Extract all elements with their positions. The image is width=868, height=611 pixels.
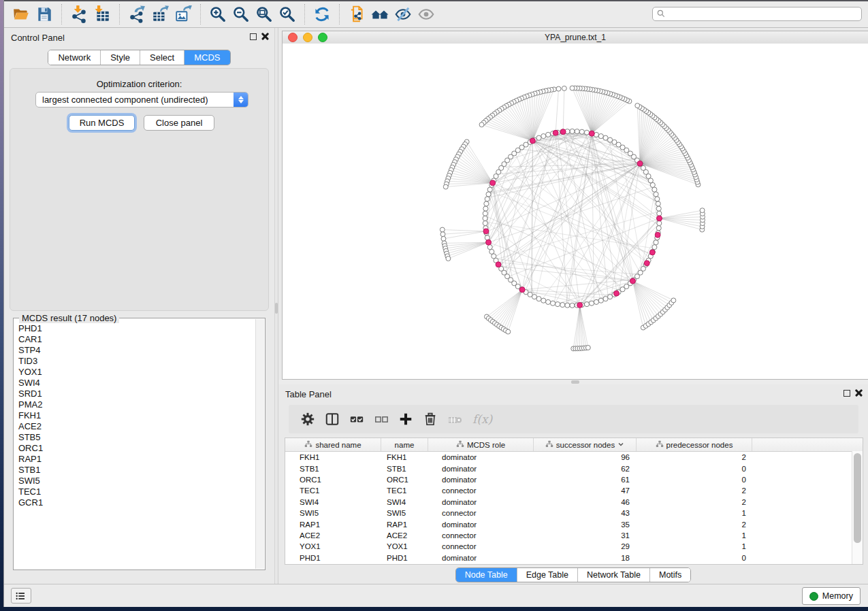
right-area: YPA_prune.txt_1 Table Panel f(x) shared … — [278, 28, 868, 584]
table-row[interactable]: YOX1YOX1connector291 — [285, 541, 863, 552]
cell-successor-nodes: 61 — [534, 476, 637, 484]
table-row[interactable]: PHD1PHD1dominator180 — [285, 552, 863, 563]
open-file-button[interactable] — [10, 4, 33, 24]
table-row[interactable]: SWI4SWI4dominator462 — [285, 497, 863, 508]
zoom-in-button[interactable] — [206, 4, 229, 24]
cell-successor-nodes: 96 — [534, 453, 637, 461]
control-panel-tabs: NetworkStyleSelectMCDS — [4, 50, 274, 65]
zoom-fit-button[interactable] — [253, 4, 276, 24]
mcds-result-list[interactable]: PHD1CAR1STP4TID3YOX1SWI4SRD1PMA2FKH1ACE2… — [14, 323, 256, 569]
mcds-result-scrollbar[interactable] — [255, 319, 264, 569]
mcds-result-item[interactable]: RAP1 — [18, 454, 256, 465]
mcds-result-item[interactable]: YOX1 — [18, 367, 256, 378]
select-all-button[interactable] — [346, 408, 368, 430]
mcds-result-item[interactable]: TEC1 — [18, 486, 256, 497]
mcds-result-item[interactable]: STB5 — [18, 432, 256, 443]
mcds-result-item[interactable]: SWI5 — [18, 476, 256, 486]
cell-shared-name: TEC1 — [285, 486, 381, 495]
columns-button[interactable] — [321, 408, 343, 430]
table-row[interactable]: TEC1TEC1connector472 — [285, 485, 863, 496]
save-session-button[interactable] — [33, 4, 56, 24]
mcds-result-item[interactable]: STP4 — [18, 345, 256, 356]
run-mcds-button[interactable]: Run MCDS — [69, 115, 135, 131]
zoom-out-button[interactable] — [229, 4, 253, 24]
memory-label: Memory — [822, 591, 853, 601]
cell-MCDS-role: dominator — [428, 453, 534, 461]
tab-style[interactable]: Style — [101, 50, 140, 65]
import-table-button[interactable] — [91, 4, 114, 24]
column-header-name[interactable]: name — [381, 438, 428, 451]
tab-mcds[interactable]: MCDS — [184, 50, 229, 65]
delete-row-button[interactable] — [419, 408, 441, 430]
cell-MCDS-role: dominator — [428, 498, 534, 506]
open-file-icon — [12, 5, 30, 23]
table-panel-title: Table Panel — [285, 389, 332, 399]
column-header-shared-name[interactable]: shared name — [285, 438, 381, 451]
tab-edge-table[interactable]: Edge Table — [517, 568, 578, 582]
column-header-predecessor-nodes[interactable]: predecessor nodes — [637, 438, 752, 451]
mcds-result-item[interactable]: ACE2 — [18, 421, 256, 432]
close-panel-icon[interactable] — [261, 33, 269, 40]
table-row[interactable]: ORC1ORC1dominator610 — [285, 474, 863, 485]
table-row[interactable]: RAP1RAP1dominator352 — [285, 518, 863, 529]
zoom-selected-button[interactable] — [276, 4, 299, 24]
import-network-button[interactable] — [67, 4, 91, 24]
vertical-split-handle[interactable] — [275, 303, 278, 314]
float-panel-icon[interactable] — [250, 33, 257, 40]
column-header-successor-nodes[interactable]: successor nodes — [534, 438, 637, 451]
close-table-panel-icon[interactable] — [855, 389, 863, 397]
apply-layout-button[interactable] — [310, 4, 334, 24]
cell-shared-name: STB1 — [285, 465, 381, 473]
cell-name: ACE2 — [381, 531, 428, 540]
tab-motifs[interactable]: Motifs — [650, 568, 690, 582]
show-all-button[interactable] — [415, 4, 438, 24]
table-row[interactable]: FKH1FKH1dominator962 — [285, 452, 863, 463]
network-graph[interactable] — [283, 44, 868, 379]
mcds-result-item[interactable]: TID3 — [18, 356, 256, 367]
node-table-scrollbar[interactable] — [852, 451, 863, 564]
column-header-MCDS-role[interactable]: MCDS role — [428, 438, 534, 451]
network-canvas[interactable] — [283, 44, 868, 379]
node-table-header: shared namenameMCDS rolesuccessor nodesp… — [285, 438, 863, 452]
export-image-icon — [174, 5, 192, 23]
hide-selected-icon — [394, 5, 412, 23]
deselect-all-button[interactable] — [370, 408, 392, 430]
mcds-result-item[interactable]: CAR1 — [18, 334, 256, 345]
criterion-dropdown[interactable]: largest connected component (undirected) — [35, 92, 248, 108]
list-icon — [15, 591, 26, 601]
node-table-scroll-thumb[interactable] — [854, 453, 861, 543]
hide-selected-button[interactable] — [391, 4, 415, 24]
table-row[interactable]: ACE2ACE2connector311 — [285, 530, 863, 541]
table-row[interactable]: SWI5SWI5connector431 — [285, 508, 863, 518]
cell-MCDS-role: dominator — [428, 476, 534, 484]
mcds-result-item[interactable]: GCR1 — [18, 497, 256, 508]
search-input[interactable] — [652, 7, 862, 21]
mcds-result-item[interactable]: FKH1 — [18, 410, 256, 421]
gear-button[interactable] — [297, 408, 319, 430]
memory-button[interactable]: Memory — [802, 587, 861, 605]
mcds-result-item[interactable]: PMA2 — [18, 399, 256, 410]
panel-list-button[interactable] — [11, 588, 31, 604]
mcds-result-item[interactable]: SWI4 — [18, 378, 256, 389]
export-image-button[interactable] — [172, 4, 195, 24]
network-from-selection-button[interactable] — [345, 4, 368, 24]
horizontal-split-divider[interactable] — [278, 380, 868, 384]
table-row[interactable]: STB1STB1dominator620 — [285, 463, 863, 474]
export-network-button[interactable] — [125, 4, 148, 24]
mcds-result-item[interactable]: ORC1 — [18, 443, 256, 454]
first-neighbors-button[interactable] — [368, 4, 391, 24]
add-row-button[interactable] — [395, 408, 417, 430]
tab-select[interactable]: Select — [140, 50, 184, 65]
float-table-panel-icon[interactable] — [843, 390, 850, 397]
tab-network-table[interactable]: Network Table — [578, 568, 650, 582]
mcds-result-item[interactable]: STB1 — [18, 465, 256, 476]
export-table-button[interactable] — [148, 4, 172, 24]
tab-network[interactable]: Network — [48, 50, 101, 65]
tab-node-table[interactable]: Node Table — [456, 568, 517, 582]
select-all-icon — [349, 412, 364, 427]
close-panel-button[interactable]: Close panel — [144, 115, 214, 131]
mcds-result-item[interactable]: PHD1 — [18, 323, 256, 334]
horizontal-split-handle[interactable] — [571, 380, 579, 384]
cell-predecessor-nodes: 0 — [637, 476, 752, 484]
mcds-result-item[interactable]: SRD1 — [18, 389, 256, 399]
